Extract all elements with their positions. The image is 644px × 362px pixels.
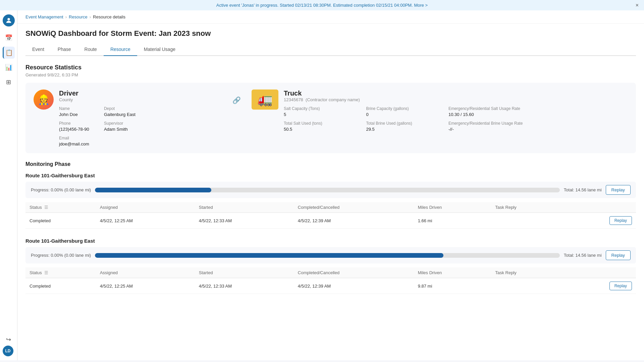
sidebar-logout-icon[interactable]: ↪ [3,334,15,346]
tab-event[interactable]: Event [25,43,51,56]
driver-avatar-icon: 👷 [38,94,50,105]
status-filter-icon-2[interactable]: ☰ [44,270,48,275]
route-1-row-action: Replay [562,213,636,229]
route-2-total-label: Total: 14.56 lane mi [564,253,602,258]
truck-stat-2: Emergency/Residential Salt Usage Rate 10… [448,106,523,117]
truck-stat-4-value: 29.5 [366,127,374,132]
sidebar-item-grid[interactable]: ⊞ [3,76,15,88]
route-2-progress-bar [95,253,443,258]
breadcrumb-resource[interactable]: Resource [69,14,88,19]
truck-title: Truck [284,89,523,97]
truck-info: Truck 12345678 (Contractor company name)… [284,89,523,132]
driver-supervisor-item: Supervisor Adam Smith [104,121,136,132]
route-2-row-completed: 4/5/22, 12:39 AM [294,278,414,294]
route-2-row-miles: 9.87 mi [414,278,491,294]
page-header: SNOWiQ Dashboard for Storm Event: Jan 20… [17,24,644,38]
route-1-progress-bar [95,188,211,192]
tab-material-usage[interactable]: Material Usage [137,43,182,56]
sidebar-avatar[interactable]: LD [3,346,13,356]
route-1-progress-label: Progress: 0.00% (0.00 lane mi) [31,187,91,192]
link-icon: 🔗 [230,89,244,111]
truck-stat-0-label: Salt Capacity (Tons) [284,106,358,111]
truck-stat-3: Total Salt Used (tons) 50.5 [284,121,358,132]
truck-stat-1: Brine Capacity (gallons) 0 [366,106,440,117]
tab-resource[interactable]: Resource [104,43,137,56]
route-1-progress-bar-container [95,188,560,192]
status-filter-icon[interactable]: ☰ [44,205,48,210]
route-1-row-completed: 4/5/22, 12:39 AM [294,213,414,229]
sidebar-item-dashboard[interactable]: 📋 [3,47,15,59]
tab-phase[interactable]: Phase [51,43,78,56]
route-2-col-completed: Completed/Cancelled [294,267,414,278]
driver-depot-value: Gaitenburg East [104,112,136,117]
route-2-name: Route 101-Gaithersburg East [25,238,636,244]
app-layout: 📅 📋 📊 ⊞ ↪ LD Event Management › Resource… [0,10,644,360]
page-title: SNOWiQ Dashboard for Storm Event: Jan 20… [25,29,636,38]
banner-close-button[interactable]: × [636,2,639,8]
tab-route[interactable]: Route [78,43,104,56]
breadcrumb-event-management[interactable]: Event Management [25,14,63,19]
route-1-replay-button[interactable]: Replay [606,185,631,195]
driver-avatar: 👷 [34,89,54,110]
driver-section: 👷 Driver County Name John Doe Depot [34,89,222,146]
truck-stat-0: Salt Capacity (Tons) 5 [284,106,358,117]
route-2-progress-bar-container [95,253,560,258]
breadcrumb: Event Management › Resource › Resource d… [17,10,644,24]
breadcrumb-sep-1: › [65,14,67,19]
sidebar-item-calendar1[interactable]: 📅 [3,32,15,44]
route-1-row-assigned: 4/5/22, 12:25 AM [96,213,195,229]
route-1-name: Route 101-Gaithersburg East [25,173,636,178]
sidebar-logo[interactable] [3,14,15,26]
route-1-row-task-reply [491,213,562,229]
route-2-replay-button[interactable]: Replay [606,250,631,260]
route-1-col-task-reply: Task Reply [491,202,562,213]
route-2-table-header-row: Status ☰ Assigned Started Completed/Canc… [25,267,636,278]
truck-image: 🚛 [252,89,278,110]
sidebar-item-reports[interactable]: 📊 [3,61,15,73]
driver-role: County [59,97,136,102]
route-block-2: Route 101-Gaithersburg East Progress: 0.… [25,238,636,294]
route-1-table-row: Completed 4/5/22, 12:25 AM 4/5/22, 12:33… [25,213,636,229]
route-block-1: Route 101-Gaithersburg East Progress: 0.… [25,173,636,229]
route-2-col-action [562,267,636,278]
truck-stats-grid: Salt Capacity (Tons) 5 Brine Capacity (g… [284,106,523,132]
main-content: Event Management › Resource › Resource d… [17,10,644,360]
driver-phone-item: Phone (123)456-78-90 [59,121,91,132]
truck-stat-2-value: 10.30 / 15.60 [448,112,474,117]
driver-name-item: Name John Doe [59,106,91,117]
truck-stat-0-value: 5 [284,112,286,117]
route-2-table-row: Completed 4/5/22, 12:25 AM 4/5/22, 12:33… [25,278,636,294]
truck-section: 🚛 Truck 12345678 (Contractor company nam… [252,89,628,132]
route-2-row-status: Completed [25,278,96,294]
route-2-col-started: Started [195,267,294,278]
driver-info-grid: Name John Doe Depot Gaitenburg East Phon… [59,106,136,146]
route-2-row-started: 4/5/22, 12:33 AM [195,278,294,294]
driver-email-value: jdoe@mail.com [59,141,89,146]
monitoring-phase-title: Monitoring Phase [25,161,636,167]
route-1-table-header-row: Status ☰ Assigned Started Completed/Canc… [25,202,636,213]
driver-email-item: Email jdoe@mail.com [59,136,91,146]
route-2-row-replay-button[interactable]: Replay [609,282,632,290]
driver-title: Driver [59,89,136,97]
route-1-table: Status ☰ Assigned Started Completed/Canc… [25,202,636,229]
truck-stat-3-label: Total Salt Used (tons) [284,121,358,126]
truck-stat-5-label: Emergency/Residential Brine Usage Rate [448,121,523,126]
route-1-col-miles: Miles Driven [414,202,491,213]
route-2-row-assigned: 4/5/22, 12:25 AM [96,278,195,294]
content-area: Resource Statistics Generated 9/8/22, 6:… [17,56,644,311]
truck-stat-5: Emergency/Residential Brine Usage Rate -… [448,121,523,132]
route-1-col-action [562,202,636,213]
route-2-row-task-reply [491,278,562,294]
truck-stat-4: Total Brine Used (gallons) 29.5 [366,121,440,132]
driver-supervisor-label: Supervisor [104,121,136,126]
route-2-progress-label: Progress: 0.00% (0.00 lane mi) [31,253,91,258]
driver-depot-label: Depot [104,106,136,111]
route-2-row-action: Replay [562,278,636,294]
driver-email-label: Email [59,136,91,140]
route-1-row-miles: 1.66 mi [414,213,491,229]
route-1-col-started: Started [195,202,294,213]
route-1-row-replay-button[interactable]: Replay [609,216,632,225]
route-1-col-assigned: Assigned [96,202,195,213]
truck-id: 12345678 (Contractor company name) [284,97,523,102]
breadcrumb-sep-2: › [90,14,91,19]
